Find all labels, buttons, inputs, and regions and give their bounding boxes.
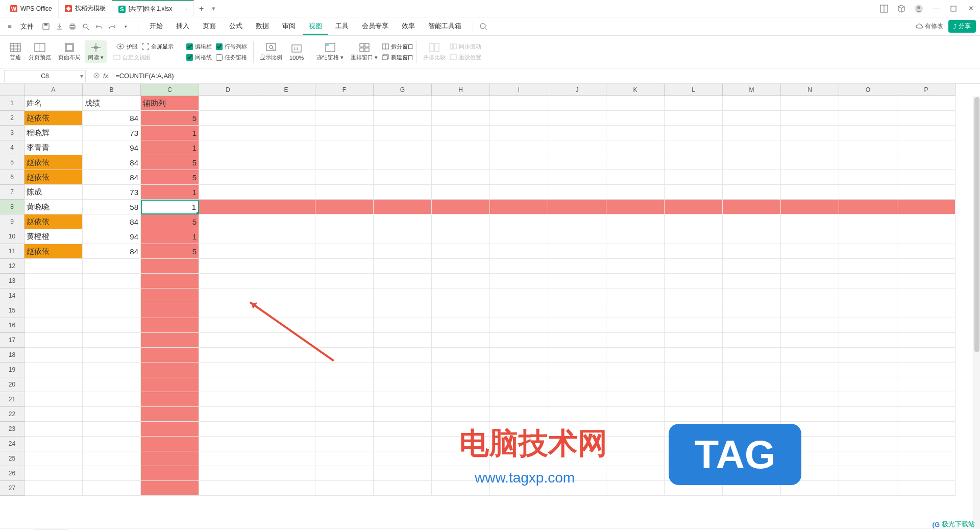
- cell[interactable]: [606, 333, 665, 348]
- column-header[interactable]: K: [606, 84, 665, 96]
- cell[interactable]: [432, 481, 490, 496]
- cell[interactable]: [665, 363, 723, 377]
- cell[interactable]: [257, 111, 315, 126]
- row-header[interactable]: 3: [0, 126, 24, 140]
- column-header[interactable]: P: [897, 84, 955, 96]
- cell[interactable]: [83, 377, 141, 392]
- cell[interactable]: [548, 377, 606, 392]
- cell[interactable]: [548, 318, 606, 333]
- cell[interactable]: [24, 407, 83, 422]
- cell[interactable]: [374, 466, 432, 481]
- cell[interactable]: [83, 451, 141, 466]
- cell[interactable]: [723, 318, 781, 333]
- cell[interactable]: [374, 259, 432, 274]
- cell[interactable]: [257, 451, 315, 466]
- cell[interactable]: [781, 451, 839, 466]
- cell[interactable]: [141, 466, 199, 481]
- check-task-pane[interactable]: 任务窗格: [216, 54, 247, 61]
- cell[interactable]: [606, 303, 665, 318]
- cell[interactable]: [490, 481, 548, 496]
- cell[interactable]: [723, 481, 781, 496]
- redo-icon[interactable]: [107, 21, 117, 32]
- cell[interactable]: [257, 422, 315, 437]
- cell[interactable]: [665, 185, 723, 200]
- cell[interactable]: [257, 244, 315, 259]
- cell[interactable]: [839, 155, 897, 170]
- cell[interactable]: [374, 333, 432, 348]
- cell[interactable]: [490, 185, 548, 200]
- view-page-break-button[interactable]: 分页预览: [26, 42, 54, 61]
- select-all-corner[interactable]: [0, 84, 24, 96]
- cell[interactable]: [257, 170, 315, 185]
- cell[interactable]: 5: [141, 170, 199, 185]
- cell[interactable]: [257, 274, 315, 288]
- cell[interactable]: [723, 303, 781, 318]
- cell[interactable]: [839, 303, 897, 318]
- cell[interactable]: [723, 185, 781, 200]
- cell[interactable]: [257, 303, 315, 318]
- cell[interactable]: [606, 481, 665, 496]
- cell[interactable]: [548, 155, 606, 170]
- cell[interactable]: [83, 466, 141, 481]
- cell[interactable]: [199, 303, 257, 318]
- cell[interactable]: [606, 244, 665, 259]
- cell[interactable]: [432, 422, 490, 437]
- cell[interactable]: [897, 140, 955, 155]
- cell[interactable]: [141, 259, 199, 274]
- cell[interactable]: 赵依依: [24, 111, 83, 126]
- cell[interactable]: [374, 244, 432, 259]
- cell[interactable]: 赵依依: [24, 244, 83, 259]
- cell[interactable]: 73: [83, 126, 141, 140]
- cell[interactable]: [83, 437, 141, 451]
- cell[interactable]: [315, 170, 374, 185]
- cell[interactable]: [781, 244, 839, 259]
- cell[interactable]: [548, 407, 606, 422]
- cell[interactable]: [141, 422, 199, 437]
- cell[interactable]: [374, 481, 432, 496]
- cell[interactable]: [548, 170, 606, 185]
- cell[interactable]: [315, 348, 374, 363]
- cell[interactable]: [24, 333, 83, 348]
- cell[interactable]: [315, 451, 374, 466]
- cell[interactable]: [548, 333, 606, 348]
- cell[interactable]: [781, 214, 839, 229]
- cell[interactable]: [723, 111, 781, 126]
- cell[interactable]: [839, 466, 897, 481]
- cells-area[interactable]: 姓名成绩辅助列赵依依845程晓辉731李青青941赵依依845赵依依845陈成7…: [24, 96, 955, 496]
- cell[interactable]: [141, 392, 199, 407]
- search-icon[interactable]: [478, 21, 488, 32]
- cell[interactable]: [315, 155, 374, 170]
- cell[interactable]: [24, 437, 83, 451]
- cell[interactable]: [665, 392, 723, 407]
- column-header[interactable]: M: [723, 84, 781, 96]
- check-formula-bar[interactable]: 编辑栏: [186, 43, 212, 51]
- cell[interactable]: [723, 126, 781, 140]
- cell[interactable]: [257, 288, 315, 303]
- cell[interactable]: [490, 259, 548, 274]
- cancel-formula-icon[interactable]: [93, 72, 100, 80]
- cell[interactable]: 成绩: [83, 96, 141, 111]
- cell[interactable]: [781, 229, 839, 244]
- cell[interactable]: [606, 437, 665, 451]
- cell[interactable]: [83, 481, 141, 496]
- cell[interactable]: [141, 363, 199, 377]
- column-header[interactable]: B: [83, 84, 141, 96]
- tab-document-active[interactable]: S [共享]姓名1.xlsx ·: [112, 0, 194, 17]
- cell[interactable]: [665, 140, 723, 155]
- tab-smart-toolbox[interactable]: 智能工具箱: [422, 18, 468, 35]
- cell[interactable]: [839, 140, 897, 155]
- cell[interactable]: [199, 437, 257, 451]
- cell[interactable]: [257, 155, 315, 170]
- cell[interactable]: [83, 288, 141, 303]
- cell[interactable]: [141, 377, 199, 392]
- cell[interactable]: [141, 481, 199, 496]
- cell[interactable]: [897, 274, 955, 288]
- row-header[interactable]: 16: [0, 318, 24, 333]
- row-header[interactable]: 7: [0, 185, 24, 200]
- cell[interactable]: [548, 437, 606, 451]
- cell[interactable]: [257, 466, 315, 481]
- cube-icon[interactable]: [896, 4, 906, 14]
- fullscreen-button[interactable]: 全屏显示: [142, 43, 174, 51]
- cell[interactable]: [315, 437, 374, 451]
- cell[interactable]: [257, 333, 315, 348]
